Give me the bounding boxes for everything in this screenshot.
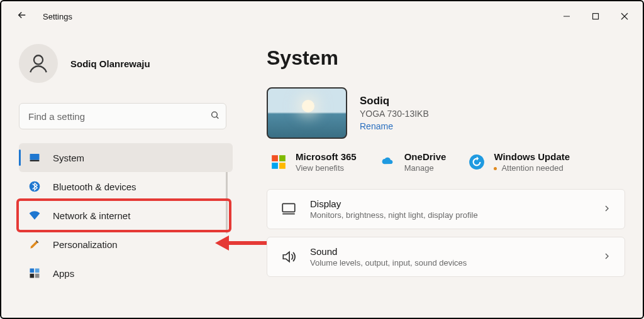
card-title: Sound [310,246,467,257]
tile-windows-update[interactable]: Windows Update Attention needed [467,151,570,173]
sidebar: Sodiq Olanrewaju System [1,31,245,319]
sidebar-item-label: Apps [53,268,74,279]
chevron-right-icon [602,251,612,263]
sound-icon [280,248,297,266]
device-thumbnail[interactable] [267,87,347,139]
sidebar-item-bluetooth[interactable]: Bluetooth & devices [19,172,233,201]
profile[interactable]: Sodiq Olanrewaju [19,44,233,83]
svg-rect-11 [35,269,40,273]
sidebar-item-label: Network & internet [53,210,130,221]
device-name: Sodiq [360,95,429,107]
svg-rect-20 [282,203,295,212]
tile-title: Microsoft 365 [296,151,357,162]
svg-rect-7 [30,154,40,160]
sidebar-item-label: Personalization [53,239,118,250]
card-sub: Volume levels, output, input, sound devi… [310,258,467,268]
chevron-right-icon [602,203,612,215]
sidebar-item-label: System [53,153,84,163]
apps-icon [28,266,42,280]
sidebar-item-personalization[interactable]: Personalization [19,230,233,259]
sidebar-item-apps[interactable]: Apps [19,259,233,288]
svg-rect-18 [279,163,286,169]
svg-rect-17 [272,163,278,169]
tile-title: Windows Update [494,151,570,162]
display-icon [280,200,297,218]
search-input[interactable] [19,103,226,129]
user-name: Sodiq Olanrewaju [70,58,150,69]
tile-onedrive[interactable]: OneDrive Manage [378,151,447,173]
svg-line-6 [216,117,218,119]
svg-rect-1 [593,14,599,19]
svg-point-4 [34,55,43,64]
tile-sub: View benefits [296,163,357,173]
main-panel: System Sodiq YOGA 730-13IKB Rename Micro… [245,31,643,319]
sidebar-item-system[interactable]: System [19,143,233,172]
tile-title: OneDrive [404,151,447,162]
page-title: System [267,46,625,70]
device-row: Sodiq YOGA 730-13IKB Rename [267,87,625,139]
app-title: Settings [43,12,72,21]
minimize-button[interactable] [552,4,581,29]
svg-rect-15 [272,155,278,161]
system-icon [28,151,42,165]
onedrive-icon [378,153,397,171]
search-box[interactable] [19,103,233,129]
tile-sub: Manage [404,163,447,173]
settings-window: Settings Sodiq Olanrewaju [0,0,644,319]
wifi-icon [28,208,42,222]
sidebar-nav: System Bluetooth & devices Network & int… [19,143,233,288]
titlebar: Settings [1,1,643,31]
svg-rect-13 [35,274,40,278]
card-sound[interactable]: Sound Volume levels, output, input, soun… [267,237,625,277]
svg-rect-8 [30,160,40,161]
sidebar-item-label: Bluetooth & devices [53,181,136,192]
back-button[interactable] [16,9,28,24]
brush-icon [28,237,42,251]
svg-rect-16 [279,155,286,161]
svg-point-5 [212,112,218,117]
rename-link[interactable]: Rename [360,121,429,131]
svg-rect-10 [30,269,35,273]
card-sub: Monitors, brightness, night light, displ… [310,210,478,220]
search-icon [210,111,220,122]
device-model: YOGA 730-13IKB [360,109,429,119]
svg-rect-12 [30,274,35,278]
card-title: Display [310,198,478,209]
update-icon [467,153,486,171]
card-display[interactable]: Display Monitors, brightness, night ligh… [267,189,625,229]
microsoft365-icon [269,153,288,171]
avatar [19,44,58,83]
tile-sub: Attention needed [494,163,570,173]
bluetooth-icon [28,180,42,193]
tile-microsoft365[interactable]: Microsoft 365 View benefits [269,151,357,173]
close-button[interactable] [610,4,639,29]
maximize-button[interactable] [581,4,610,29]
sidebar-item-network[interactable]: Network & internet [19,201,233,230]
